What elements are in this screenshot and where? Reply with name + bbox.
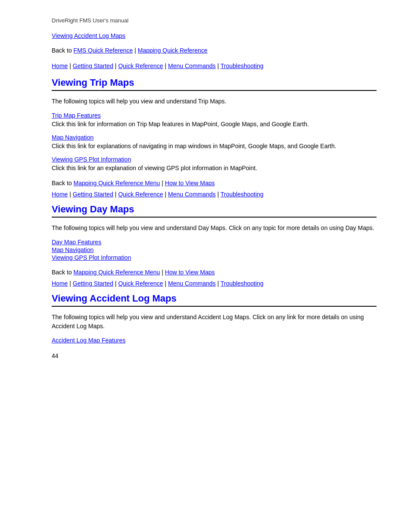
back-label-day: Back to xyxy=(52,269,74,276)
separator-1: | xyxy=(134,47,138,54)
nav-sep-9: | xyxy=(69,280,73,287)
topic-gps-plot-1: Viewing GPS Plot Information Click this … xyxy=(52,156,377,173)
nav-troubleshooting-2[interactable]: Troubleshooting xyxy=(221,191,264,198)
section-trip-maps-intro: The following topics will help you view … xyxy=(52,97,377,106)
mapping-quick-ref-link[interactable]: Mapping Quick Reference xyxy=(138,47,208,54)
nav-menu-commands-1[interactable]: Menu Commands xyxy=(168,62,216,69)
nav-home-2[interactable]: Home xyxy=(52,191,68,198)
section-trip-maps: Viewing Trip Maps The following topics w… xyxy=(52,77,377,187)
gps-plot-link-1[interactable]: Viewing GPS Plot Information xyxy=(52,156,377,163)
nav-sep-1: | xyxy=(69,62,73,69)
trip-map-features-link[interactable]: Trip Map Features xyxy=(52,112,377,119)
back-section-1: Back to Mapping Quick Reference Menu | H… xyxy=(52,180,377,187)
nav-troubleshooting-1[interactable]: Troubleshooting xyxy=(221,62,264,69)
map-navigation-link-1[interactable]: Map Navigation xyxy=(52,134,377,141)
nav-quick-ref-3[interactable]: Quick Reference xyxy=(118,280,163,287)
gps-plot-desc-1: Click this link for an explanation of vi… xyxy=(52,164,377,173)
nav-sep-5: | xyxy=(69,191,73,198)
sep-day: | xyxy=(162,269,165,276)
section-accident-maps-title: Viewing Accident Log Maps xyxy=(52,293,377,307)
nav-sep-8: | xyxy=(217,191,220,198)
back-section-2: Back to Mapping Quick Reference Menu | H… xyxy=(52,269,377,276)
day-map-features-link[interactable]: Day Map Features xyxy=(52,239,377,246)
nav-getting-started-1[interactable]: Getting Started xyxy=(73,62,113,69)
nav-sep-11: | xyxy=(165,280,168,287)
nav-menu-commands-2[interactable]: Menu Commands xyxy=(168,191,216,198)
map-navigation-desc-1: Click this link for explanations of navi… xyxy=(52,142,377,151)
trip-map-features-desc: Click this link for information on Trip … xyxy=(52,120,377,129)
how-to-view-maps-link-2[interactable]: How to View Maps xyxy=(165,269,215,276)
nav-bar-2: Home | Getting Started | Quick Reference… xyxy=(52,191,377,198)
top-viewing-accident-link[interactable]: Viewing Accident Log Maps xyxy=(52,32,125,39)
back-label-1: Back to xyxy=(52,47,74,54)
back-label-trip: Back to xyxy=(52,180,74,187)
topic-trip-map-features: Trip Map Features Click this link for in… xyxy=(52,112,377,129)
how-to-view-maps-link-1[interactable]: How to View Maps xyxy=(165,180,215,187)
nav-home-3[interactable]: Home xyxy=(52,280,68,287)
section-day-maps: Viewing Day Maps The following topics wi… xyxy=(52,204,377,276)
nav-troubleshooting-3[interactable]: Troubleshooting xyxy=(221,280,264,287)
mapping-qr-menu-link-1[interactable]: Mapping Quick Reference Menu xyxy=(74,180,160,187)
accident-log-features-link[interactable]: Accident Log Map Features xyxy=(52,337,377,344)
section-accident-maps-intro: The following topics will help you view … xyxy=(52,313,377,331)
page-number: 44 xyxy=(52,352,377,359)
manual-title: DriveRight FMS User's manual xyxy=(52,17,377,24)
nav-sep-12: | xyxy=(217,280,220,287)
nav-sep-7: | xyxy=(165,191,168,198)
nav-bar-1: Home | Getting Started | Quick Reference… xyxy=(52,62,377,69)
nav-bar-3: Home | Getting Started | Quick Reference… xyxy=(52,280,377,287)
gps-plot-link-2[interactable]: Viewing GPS Plot Information xyxy=(52,254,377,261)
mapping-qr-menu-link-2[interactable]: Mapping Quick Reference Menu xyxy=(74,269,160,276)
fms-quick-ref-link[interactable]: FMS Quick Reference xyxy=(74,47,133,54)
section-accident-maps: Viewing Accident Log Maps The following … xyxy=(52,293,377,344)
nav-getting-started-2[interactable]: Getting Started xyxy=(73,191,113,198)
section-day-maps-intro: The following topics will help you view … xyxy=(52,224,377,233)
section-day-maps-title: Viewing Day Maps xyxy=(52,204,377,218)
nav-menu-commands-3[interactable]: Menu Commands xyxy=(168,280,216,287)
section-trip-maps-title: Viewing Trip Maps xyxy=(52,77,377,91)
map-navigation-link-2[interactable]: Map Navigation xyxy=(52,246,377,253)
nav-sep-4: | xyxy=(217,62,220,69)
nav-sep-3: | xyxy=(165,62,168,69)
topic-map-navigation-1: Map Navigation Click this link for expla… xyxy=(52,134,377,151)
nav-getting-started-3[interactable]: Getting Started xyxy=(73,280,113,287)
nav-quick-ref-1[interactable]: Quick Reference xyxy=(118,62,163,69)
nav-home-1[interactable]: Home xyxy=(52,62,68,69)
sep-trip: | xyxy=(162,180,165,187)
nav-quick-ref-2[interactable]: Quick Reference xyxy=(118,191,163,198)
